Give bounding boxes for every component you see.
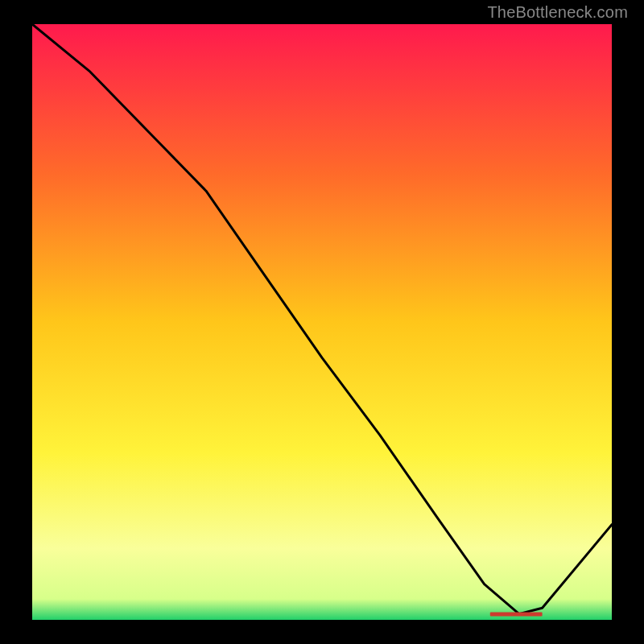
attribution-text: TheBottleneck.com bbox=[487, 3, 628, 22]
chart-wrap: TheBottleneck.com bbox=[0, 0, 644, 644]
bottleneck-chart bbox=[32, 24, 612, 620]
chart-bg-gradient bbox=[32, 24, 612, 620]
optimal-marker bbox=[490, 613, 543, 617]
